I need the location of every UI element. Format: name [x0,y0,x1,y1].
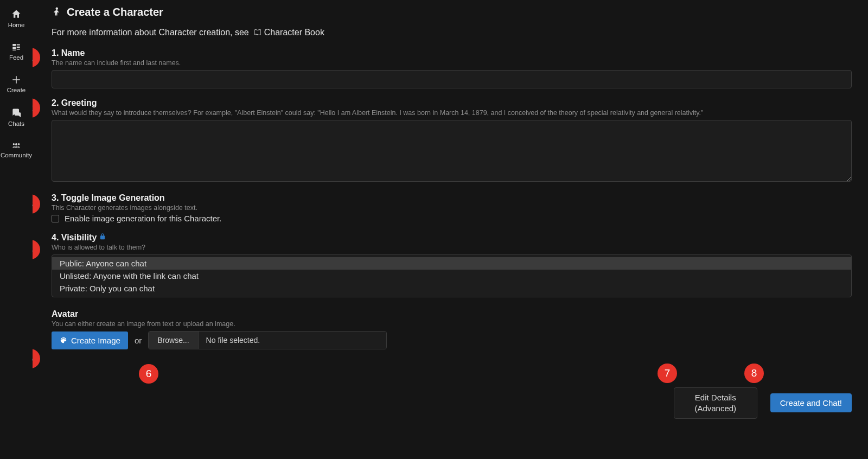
section-title: 2. Greeting [52,98,852,108]
annotation-4: 4 [33,240,40,259]
section-sub: What would they say to introduce themsel… [52,109,852,117]
annotation-3: 3 [33,194,40,214]
visibility-option-private[interactable]: Private: Only you can chat [52,282,851,295]
create-image-button[interactable]: Create Image [52,331,128,349]
or-text: or [135,336,142,345]
nav-community[interactable]: Community [0,136,33,167]
sidebar: Home Feed Create Chats Community [0,0,33,459]
lock-icon [99,233,106,243]
nav-label: Chats [8,120,24,127]
annotation-7: 7 [658,364,677,383]
community-icon [10,141,22,150]
footer-actions: Edit Details (Advanced) Create and Chat! [674,387,852,419]
plus-icon [11,75,21,85]
visibility-select[interactable]: Public: Anyone can chat Unlisted: Anyone… [52,254,852,297]
section-title: Avatar [52,309,852,319]
nav-feed[interactable]: Feed [0,37,33,69]
section-title: 3. Toggle Image Generation [52,193,852,203]
book-icon [252,28,263,37]
nav-label: Create [7,87,26,93]
info-prefix: For more information about Character cre… [52,28,249,37]
greeting-textarea[interactable] [52,120,852,182]
section-title: 4. Visibility [52,233,852,243]
section-sub: This Character generates images alongsid… [52,204,852,212]
info-row: For more information about Character cre… [52,28,852,37]
create-and-chat-button[interactable]: Create and Chat! [770,393,852,412]
nav-home[interactable]: Home [0,3,33,37]
chats-icon [11,107,22,118]
home-icon [10,9,22,20]
visibility-option-public[interactable]: Public: Anyone can chat [52,257,851,270]
section-avatar: Avatar You can either create an image fr… [52,309,852,349]
nav-label: Community [1,152,32,158]
nav-label: Home [8,22,25,28]
book-link-text: Character Book [264,28,324,37]
annotation-1: 1 [33,48,40,67]
section-name: 1. Name The name can include first and l… [52,48,852,88]
section-greeting: 2. Greeting What would they say to intro… [52,98,852,183]
checkbox-label: Enable image generation for this Charact… [65,214,221,223]
section-sub: You can either create an image from text… [52,320,852,328]
character-book-link[interactable]: Character Book [252,28,324,37]
annotation-5: 5 [33,349,40,368]
main-content: 1 2 3 4 5 6 7 8 Create a Character For m… [33,0,868,459]
section-title: 1. Name [52,48,852,58]
nav-create[interactable]: Create [0,69,33,102]
nav-label: Feed [9,54,23,61]
edit-details-button[interactable]: Edit Details (Advanced) [674,387,757,419]
nav-chats[interactable]: Chats [0,102,33,136]
name-input[interactable] [52,70,852,88]
feed-icon [11,42,22,52]
imagegen-checkbox-row[interactable]: Enable image generation for this Charact… [52,214,852,223]
annotation-6: 6 [139,364,158,384]
annotation-8: 8 [744,364,764,383]
browse-button[interactable]: Browse... [149,331,198,349]
visibility-option-unlisted[interactable]: Unlisted: Anyone with the link can chat [52,270,851,282]
section-visibility: 4. Visibility Who is allowed to talk to … [52,233,852,297]
create-image-label: Create Image [71,336,120,345]
section-imagegen: 3. Toggle Image Generation This Characte… [52,193,852,223]
palette-icon [59,336,68,344]
annotation-2: 2 [33,98,40,118]
section-sub: The name can include first and last name… [52,59,852,67]
section-sub: Who is allowed to talk to them? [52,244,852,251]
page-title: Create a Character [67,6,163,18]
file-input-wrap: Browse... No file selected. [148,331,387,349]
checkbox-icon[interactable] [52,215,59,222]
file-status: No file selected. [199,331,387,349]
person-icon [52,5,61,19]
